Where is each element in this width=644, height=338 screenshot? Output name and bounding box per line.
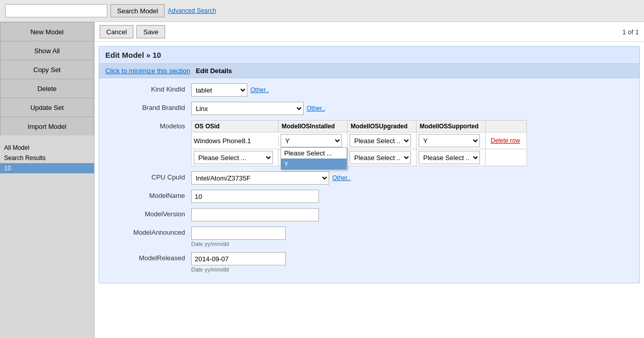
- upgraded-select-row2[interactable]: Please Select ...: [350, 151, 411, 164]
- model-released-hint: Date yy/mm/dd: [191, 266, 286, 273]
- section-title: Edit Details: [196, 67, 232, 75]
- action-bar: Cancel Save 1 of 1: [95, 22, 644, 42]
- top-bar: Search Model Advanced Search: [0, 0, 644, 22]
- kind-control: tablet Other..: [191, 83, 269, 97]
- kind-select[interactable]: tablet: [191, 83, 247, 97]
- installed-dropdown-popup: Please Select ... Y: [281, 147, 347, 170]
- show-all-button[interactable]: Show All: [0, 41, 94, 60]
- modelos-row1-os-text: Windows Phone8.1: [194, 137, 251, 145]
- model-announced-hint: Date yy/mm/dd: [191, 241, 286, 247]
- new-model-button[interactable]: New Model: [0, 22, 94, 41]
- supported-select-row2[interactable]: Please Select ...: [419, 151, 480, 164]
- model-released-row: ModelReleased Date yy/mm/dd: [109, 252, 629, 273]
- modelos-header: OS OSid ModelIOSInstalled ModelIOSUpgrad…: [191, 120, 527, 132]
- modelos-section: OS OSid ModelIOSInstalled ModelIOSUpgrad…: [191, 120, 527, 166]
- main-layout: New Model Show All Copy Set Delete Updat…: [0, 22, 644, 338]
- save-button[interactable]: Save: [136, 25, 165, 38]
- installed-dropdown-container: Y Please Select ... Y: [281, 134, 342, 147]
- model-name-control: [191, 190, 319, 203]
- cpu-control: Intel/Atom/Z3735F Other..: [191, 171, 351, 185]
- modelos-row1-delete: Delete row: [486, 136, 526, 146]
- search-input[interactable]: [5, 4, 107, 17]
- content-area: Cancel Save 1 of 1 Edit Model » 10 Click…: [95, 22, 644, 338]
- installed-select-row1[interactable]: Y: [281, 134, 342, 147]
- model-announced-label: ModelAnnounced: [109, 227, 191, 236]
- supported-select-row1[interactable]: Y: [419, 134, 480, 147]
- brand-control: Linx Other..: [191, 102, 325, 115]
- modelos-data-row-2: Please Select ... Please Select ...: [191, 149, 527, 166]
- model-released-label: ModelReleased: [109, 252, 191, 262]
- form-body: Kind KindId tablet Other.. Brand BrandId…: [99, 78, 639, 283]
- delete-button[interactable]: Delete: [0, 79, 94, 98]
- modelos-row2-upgraded: Please Select ...: [348, 149, 417, 166]
- dropdown-option-y[interactable]: Y: [281, 159, 347, 169]
- modelos-row: Modelos OS OSid ModelIOSInstalled ModelI…: [109, 120, 629, 166]
- copy-set-button[interactable]: Copy Set: [0, 60, 94, 79]
- delete-row-link-1[interactable]: Delete row: [488, 137, 523, 144]
- sidebar-item-all-model[interactable]: All Model: [0, 143, 94, 153]
- model-version-control: [191, 208, 319, 221]
- model-version-input[interactable]: [191, 208, 319, 221]
- cpu-other-link[interactable]: Other..: [332, 174, 351, 182]
- brand-row: Brand BrandId Linx Other..: [109, 102, 629, 115]
- model-released-control: Date yy/mm/dd: [191, 252, 286, 273]
- cpu-label: CPU CpuId: [109, 171, 191, 181]
- modelos-row1-os: Windows Phone8.1: [192, 136, 279, 146]
- model-released-input[interactable]: [191, 252, 286, 265]
- edit-panel: Edit Model » 10 Click to minimize this s…: [99, 46, 640, 283]
- upgraded-select-row1[interactable]: Please Select ...: [350, 134, 411, 147]
- model-announced-row: ModelAnnounced Date yy/mm/dd: [109, 227, 629, 247]
- section-header-text: Click to minimize this section Edit Deta…: [105, 67, 232, 75]
- minimize-link[interactable]: Click to minimize this section: [105, 67, 190, 75]
- modelos-col-action: [486, 121, 526, 132]
- dropdown-option-please-select[interactable]: Please Select ...: [281, 148, 347, 159]
- kind-other-link[interactable]: Other..: [250, 86, 269, 94]
- brand-other-link[interactable]: Other..: [307, 105, 325, 112]
- model-version-label: ModelVersion: [109, 208, 191, 218]
- edit-panel-title: Edit Model » 10: [99, 47, 639, 64]
- modelos-col-os: OS OSid: [192, 121, 279, 132]
- kind-label: Kind KindId: [109, 83, 191, 93]
- model-version-row: ModelVersion: [109, 208, 629, 221]
- brand-select[interactable]: Linx: [191, 102, 304, 115]
- modelos-row2-supported: Please Select ...: [417, 149, 486, 166]
- model-name-input[interactable]: [191, 190, 319, 203]
- kind-row: Kind KindId tablet Other..: [109, 83, 629, 97]
- import-model-button[interactable]: Import Model: [0, 117, 94, 136]
- modelos-row1-supported: Y: [417, 132, 486, 149]
- modelos-row1-installed: Y Please Select ... Y: [279, 132, 348, 149]
- sidebar-item-search-results[interactable]: Search Results: [0, 153, 94, 163]
- model-announced-control: Date yy/mm/dd: [191, 227, 286, 247]
- model-name-label: ModelName: [109, 190, 191, 199]
- cancel-button[interactable]: Cancel: [100, 25, 133, 38]
- modelos-data-row-1: Windows Phone8.1 Y Please Select ...: [191, 132, 527, 149]
- modelos-col-upgraded: ModelIOSUpgraded: [348, 121, 417, 132]
- os-select-row2[interactable]: Please Select ...: [194, 151, 273, 164]
- modelos-row2-delete: [486, 156, 526, 159]
- cpu-row: CPU CpuId Intel/Atom/Z3735F Other..: [109, 171, 629, 185]
- brand-label: Brand BrandId: [109, 102, 191, 111]
- update-set-button[interactable]: Update Set: [0, 98, 94, 117]
- pagination-text: 1 of 1: [622, 28, 639, 36]
- modelos-row2-os: Please Select ...: [192, 149, 279, 166]
- cpu-select[interactable]: Intel/Atom/Z3735F: [191, 171, 329, 185]
- section-header[interactable]: Click to minimize this section Edit Deta…: [99, 64, 639, 78]
- modelos-label: Modelos: [109, 120, 191, 130]
- sidebar-item-10[interactable]: 10: [0, 163, 94, 173]
- model-name-row: ModelName: [109, 190, 629, 203]
- sidebar-nav: All Model Search Results 10: [0, 141, 94, 175]
- action-bar-left: Cancel Save: [100, 25, 165, 38]
- search-button[interactable]: Search Model: [110, 4, 165, 17]
- sidebar: New Model Show All Copy Set Delete Updat…: [0, 22, 95, 338]
- advanced-search-link[interactable]: Advanced Search: [168, 7, 216, 14]
- modelos-row1-upgraded: Please Select ...: [348, 132, 417, 149]
- model-announced-input[interactable]: [191, 227, 286, 240]
- modelos-col-supported: ModelIOSSupported: [417, 121, 486, 132]
- modelos-col-installed: ModelIOSInstalled: [279, 121, 348, 132]
